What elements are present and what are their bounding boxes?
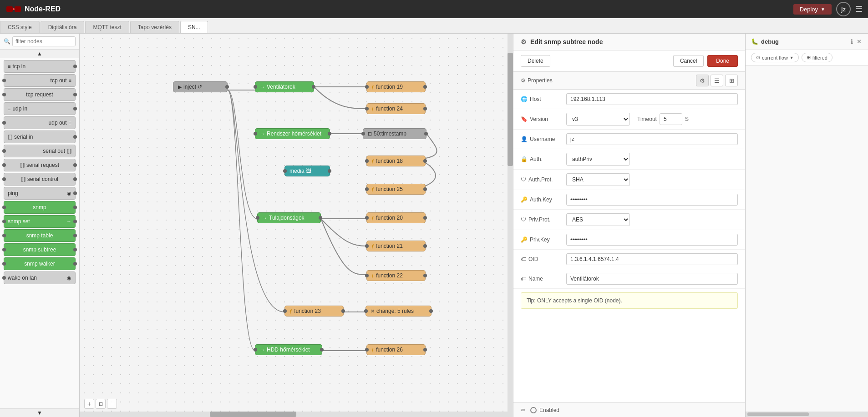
port-left-icon <box>2 163 6 167</box>
node-fn21[interactable]: ƒ function 21 <box>366 241 426 251</box>
node-rendszer-homerseklet[interactable]: → Rendszer hőmérséklet <box>255 128 330 139</box>
auth-select[interactable]: noAuthNoPriv authNoPriv authPriv <box>566 153 630 166</box>
palette-node-serial-in[interactable]: ⟦⟧ serial in <box>4 131 76 143</box>
edit-panel: ⚙ Edit snmp subtree node Delete Cancel D… <box>513 34 745 417</box>
node-fn23[interactable]: ƒ function 23 <box>284 306 344 317</box>
enabled-toggle[interactable]: Enabled <box>530 407 559 413</box>
priv-prot-select[interactable]: DES AES <box>566 213 630 226</box>
debug-close-button[interactable]: ✕ <box>856 37 863 46</box>
canvas-vertical-scrollbar[interactable] <box>508 34 513 412</box>
palette-node-serial-control[interactable]: ⟦⟧ serial control <box>4 173 76 186</box>
debug-panel: 🐛 debug ℹ ✕ ⊙ current flow ▼ ⊞ filtered <box>745 34 868 417</box>
palette-node-serial-request[interactable]: ⟦⟧ serial request <box>4 159 76 171</box>
prop-tab-appearance-btn[interactable]: ⊞ <box>725 75 738 86</box>
zoom-reset-button[interactable]: ⊡ <box>96 399 106 409</box>
name-input[interactable] <box>566 273 738 285</box>
palette-filter-input[interactable] <box>12 36 76 46</box>
palette-node-snmp-set[interactable]: snmp set → <box>4 215 76 228</box>
node-fn26[interactable]: ƒ function 26 <box>366 344 426 355</box>
host-input[interactable] <box>566 93 738 105</box>
debug-bottom-scrollbar[interactable] <box>746 412 868 417</box>
auth-key-input[interactable] <box>566 194 738 206</box>
port-left-icon <box>2 149 6 153</box>
zoom-out-button[interactable]: − <box>107 399 117 409</box>
form-row-username: 👤 Username <box>513 130 745 149</box>
palette-node-snmp-table[interactable]: snmp table <box>4 229 76 242</box>
delete-button[interactable]: Delete <box>521 55 550 67</box>
footer-edit-icon[interactable]: ✏ <box>521 407 526 413</box>
palette-node-ping[interactable]: ping ◉ <box>4 187 76 200</box>
done-button[interactable]: Done <box>707 55 738 67</box>
priv-key-input[interactable] <box>566 234 738 246</box>
edit-panel-header: ⚙ Edit snmp subtree node <box>513 34 745 50</box>
timeout-input[interactable] <box>660 113 682 125</box>
palette-node-tcp-in[interactable]: ≡ tcp in <box>4 60 76 73</box>
version-select[interactable]: v1 v2c v3 <box>566 113 630 126</box>
tab-sn-partial[interactable]: SN... <box>180 21 208 33</box>
hamburger-menu-icon[interactable]: ☰ <box>855 4 863 14</box>
palette-node-udp-in[interactable]: ≡ udp in <box>4 102 76 115</box>
oid-input[interactable] <box>566 253 738 265</box>
canvas-hscroll-thumb[interactable] <box>210 412 296 417</box>
port-left-icon <box>2 93 6 96</box>
debug-info-button[interactable]: ℹ <box>850 37 854 46</box>
palette-node-snmp-subtree[interactable]: snmp subtree <box>4 243 76 256</box>
node-fn22[interactable]: ƒ function 22 <box>366 270 426 281</box>
palette-node-serial-out[interactable]: serial out ⟦⟧ <box>4 145 76 157</box>
port-right-icon <box>73 135 77 139</box>
node-fn18[interactable]: ƒ function 18 <box>366 156 426 166</box>
user-avatar[interactable]: jz <box>836 2 851 16</box>
node-change5rules[interactable]: ✕ change: 5 rules <box>365 306 431 317</box>
debug-hscroll-thumb[interactable] <box>747 412 809 416</box>
oid-label: 🏷 OID <box>521 256 566 262</box>
flow-canvas[interactable]: ▶ inject ↺ → Ventilátorok ƒ function 19 … <box>80 34 513 417</box>
node-fn25[interactable]: ƒ function 25 <box>366 184 426 195</box>
zoom-in-button[interactable]: + <box>84 399 94 409</box>
node-fn20[interactable]: ƒ function 20 <box>366 212 426 223</box>
cancel-button[interactable]: Cancel <box>673 55 704 67</box>
deploy-button[interactable]: Deploy ▼ <box>793 4 832 15</box>
port-left-icon <box>2 121 6 125</box>
prop-tab-description-btn[interactable]: ☰ <box>711 75 723 86</box>
palette-node-snmp-walker[interactable]: snmp walker <box>4 257 76 270</box>
fn20-icon: ƒ <box>371 215 374 221</box>
enabled-radio-circle <box>530 407 537 413</box>
canvas-horizontal-scrollbar[interactable] <box>80 412 513 417</box>
wake-on-lan-icon: ◉ <box>67 275 71 281</box>
filtered-button[interactable]: ⊞ filtered <box>802 53 832 62</box>
port-right-icon <box>73 206 77 209</box>
node-inject-1[interactable]: ▶ inject ↺ <box>173 81 228 92</box>
palette-scroll-down[interactable]: ▼ <box>0 408 79 417</box>
tab-digitalis-ora[interactable]: Digitális óra <box>41 21 85 33</box>
auth-prot-select[interactable]: MD5 SHA <box>566 173 630 186</box>
node-media[interactable]: media 🖼 <box>284 166 330 176</box>
palette-node-snmp[interactable]: snmp <box>4 201 76 214</box>
fn20-port-right <box>423 216 427 220</box>
node-timestamp[interactable]: ⊡ 50:timestamp <box>363 128 426 139</box>
palette-node-tcp-request[interactable]: tcp request <box>4 88 76 101</box>
palette-scroll-up[interactable]: ▲ <box>0 50 79 58</box>
node-ventilatorok[interactable]: → Ventilátorok <box>255 81 314 92</box>
tab-tapo-vezarles[interactable]: Tapo vezérlés <box>130 21 179 33</box>
prop-tab-settings-btn[interactable]: ⚙ <box>696 75 709 86</box>
media-port-right <box>328 169 331 173</box>
port-right-icon <box>73 191 77 195</box>
palette-node-wake-on-lan[interactable]: wake on lan ◉ <box>4 271 76 284</box>
username-input[interactable] <box>566 133 738 145</box>
current-flow-filter-button[interactable]: ⊙ current flow ▼ <box>751 53 799 62</box>
palette-node-tcp-out[interactable]: tcp out ≡ <box>4 74 76 87</box>
tulajdonsagok-icon: → <box>262 215 267 221</box>
node-hdd-homerseklet[interactable]: → HDD hőmérséklet <box>255 344 322 355</box>
timestamp-port-left <box>361 132 365 136</box>
palette-node-udp-out[interactable]: udp out ≡ <box>4 116 76 129</box>
timeout-unit: S <box>685 116 689 122</box>
node-tulajdonsagok[interactable]: → Tulajdonságok <box>257 212 321 223</box>
node-fn24[interactable]: ƒ function 24 <box>366 103 426 114</box>
tab-css-style[interactable]: CSS style <box>0 21 40 33</box>
snmp-set-arrow-icon: → <box>66 219 71 224</box>
canvas-vscroll-thumb[interactable] <box>508 53 513 166</box>
rendszer-icon: → <box>260 131 265 136</box>
fn26-port-left <box>365 348 369 352</box>
node-fn19[interactable]: ƒ function 19 <box>366 81 426 92</box>
tab-mqtt-teszt[interactable]: MQTT teszt <box>85 21 129 33</box>
